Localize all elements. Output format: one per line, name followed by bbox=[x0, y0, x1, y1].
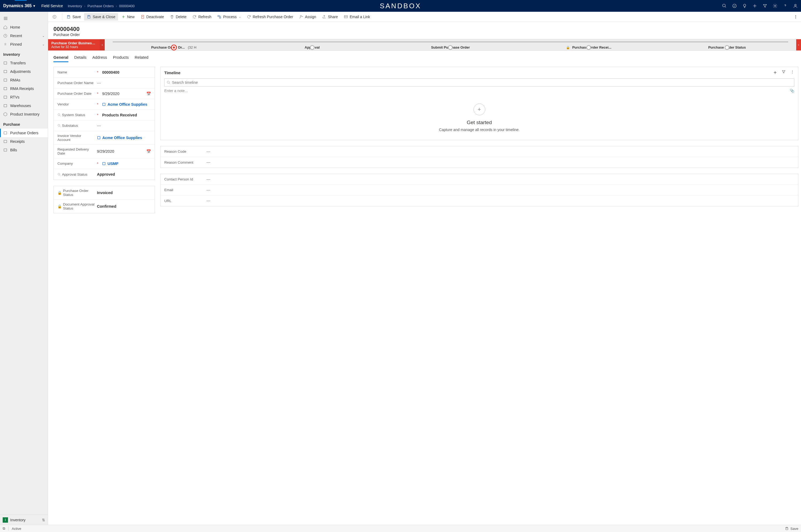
chevron-right-icon: › bbox=[116, 4, 117, 8]
calendar-icon[interactable]: 📅 bbox=[146, 149, 151, 153]
crumb-2[interactable]: 00000400 bbox=[119, 4, 135, 8]
timeline-note-input[interactable]: Enter a note... 📎 bbox=[164, 89, 794, 93]
timeline-overflow-button[interactable]: ⋮ bbox=[790, 70, 794, 76]
crumb-0[interactable]: Inventory bbox=[68, 4, 82, 8]
field-company[interactable]: Company* USMF bbox=[54, 158, 155, 169]
tab-general[interactable]: General bbox=[53, 53, 68, 62]
stage-status[interactable]: Purchase Order Status bbox=[658, 45, 796, 50]
nav-warehouses[interactable]: Warehouses bbox=[0, 101, 48, 110]
field-reason-code[interactable]: Reason Code --- bbox=[161, 146, 798, 157]
svg-point-2 bbox=[775, 5, 776, 7]
new-button[interactable]: New bbox=[118, 13, 137, 21]
search-icon[interactable] bbox=[721, 3, 727, 9]
field-system-status[interactable]: System Status* Products Received bbox=[54, 110, 155, 120]
svg-point-3 bbox=[795, 4, 796, 6]
save-close-button[interactable]: Save & Close bbox=[84, 13, 118, 21]
tab-products[interactable]: Products bbox=[113, 53, 129, 62]
nav-purchase-orders[interactable]: Purchase Orders bbox=[0, 129, 48, 137]
crumb-1[interactable]: Purchase Orders bbox=[87, 4, 113, 8]
field-label: Document Approval Status bbox=[63, 202, 95, 210]
help-icon[interactable] bbox=[782, 3, 788, 9]
timeline-empty-add[interactable]: + bbox=[473, 103, 485, 115]
nav-recent[interactable]: Recent ⌄ bbox=[0, 32, 48, 40]
deactivate-button[interactable]: Deactivate bbox=[138, 13, 167, 21]
brand[interactable]: Dynamics 365 ▾ bbox=[3, 3, 35, 8]
timeline-add-button[interactable]: + bbox=[774, 70, 777, 76]
svg-point-24 bbox=[795, 18, 796, 18]
stage-approval[interactable]: Approval bbox=[243, 45, 381, 50]
svg-rect-32 bbox=[786, 527, 788, 528]
stage-submit[interactable]: Submit Purchase Order bbox=[381, 45, 520, 50]
paperclip-icon[interactable]: 📎 bbox=[790, 89, 794, 93]
field-substatus[interactable]: Substatus --- bbox=[54, 120, 155, 131]
delete-button[interactable]: Delete bbox=[167, 13, 189, 21]
field-po-status[interactable]: 🔒Purchase Order Status Invoiced bbox=[54, 186, 155, 200]
field-email[interactable]: Email --- bbox=[161, 185, 798, 195]
field-po-name[interactable]: Purchase Order Name --- bbox=[54, 78, 155, 88]
nav-home[interactable]: Home bbox=[0, 23, 48, 32]
nav-bills[interactable]: Bills bbox=[0, 146, 48, 154]
nav-rma-receipts[interactable]: RMA Receipts bbox=[0, 84, 48, 93]
overflow-button[interactable] bbox=[793, 13, 799, 21]
timeline-search[interactable] bbox=[164, 78, 794, 87]
back-button[interactable] bbox=[50, 13, 59, 21]
hamburger-button[interactable] bbox=[0, 12, 48, 23]
nav-receipts[interactable]: Receipts bbox=[0, 137, 48, 146]
nav-adjustments[interactable]: Adjustments bbox=[0, 67, 48, 76]
field-name[interactable]: Name* 00000400 bbox=[54, 67, 155, 78]
status-text: Active bbox=[12, 527, 21, 531]
cmd-label: Delete bbox=[176, 15, 186, 19]
assign-button[interactable]: Assign bbox=[296, 13, 319, 21]
tab-details[interactable]: Details bbox=[74, 53, 87, 62]
field-reason-comment[interactable]: Reason Comment --- bbox=[161, 157, 798, 168]
save-button[interactable]: Save bbox=[64, 13, 83, 21]
email-link-button[interactable]: Email a Link bbox=[341, 13, 373, 21]
lock-icon: 🔒 bbox=[57, 191, 62, 195]
svg-point-31 bbox=[167, 81, 169, 83]
field-approval-status[interactable]: Approval Status Approved bbox=[54, 169, 155, 179]
field-invoice-vendor[interactable]: Invoice Vendor Account Acme Office Suppl… bbox=[54, 131, 155, 145]
app-name[interactable]: Field Service bbox=[41, 4, 63, 8]
field-po-date[interactable]: Purchase Order Date* 9/29/2020 📅 bbox=[54, 88, 155, 99]
field-url[interactable]: URL --- bbox=[161, 195, 798, 206]
field-contact-person[interactable]: Contact Person Id --- bbox=[161, 174, 798, 185]
task-icon[interactable] bbox=[731, 3, 738, 9]
user-icon[interactable] bbox=[793, 3, 798, 9]
nav-rtvs[interactable]: RTVs bbox=[0, 93, 48, 101]
field-doc-approval[interactable]: 🔒Document Approval Status Confirmed bbox=[54, 200, 155, 213]
tab-related[interactable]: Related bbox=[135, 53, 149, 62]
refresh-button[interactable]: Refresh bbox=[190, 13, 214, 21]
plus-icon[interactable] bbox=[752, 3, 758, 9]
nav-product-inventory[interactable]: Product Inventory bbox=[0, 110, 48, 118]
refresh-po-button[interactable]: Refresh Purchase Order bbox=[244, 13, 296, 21]
field-value: Acme Office Supplies bbox=[107, 102, 147, 107]
nav-pinned[interactable]: Pinned ⌄ bbox=[0, 40, 48, 49]
gear-icon[interactable] bbox=[772, 3, 778, 9]
stage-draft[interactable]: Purchase Order Dr... (32 Hrs) bbox=[105, 45, 243, 50]
timeline-search-input[interactable] bbox=[172, 80, 792, 84]
nav-label: Receipts bbox=[10, 139, 24, 144]
process-button[interactable]: Process⌄ bbox=[215, 13, 244, 21]
tab-address[interactable]: Address bbox=[92, 53, 107, 62]
chevron-right-icon: › bbox=[84, 4, 85, 8]
sitemap-switcher[interactable]: I Inventory ⇅ bbox=[0, 515, 48, 525]
process-prev-button[interactable]: ‹ bbox=[100, 39, 105, 51]
nav-transfers[interactable]: Transfers bbox=[0, 59, 48, 67]
svg-rect-10 bbox=[4, 104, 7, 107]
field-value: 9/29/2020 bbox=[97, 149, 144, 153]
field-req-delivery[interactable]: Requested Delivery Date 9/29/2020 📅 bbox=[54, 145, 155, 158]
field-vendor[interactable]: Vendor* Acme Office Supplies bbox=[54, 99, 155, 110]
process-name-box[interactable]: Purchase Order Business ... Active for 3… bbox=[48, 39, 100, 51]
lightbulb-icon[interactable] bbox=[742, 3, 748, 9]
footer-save-button[interactable]: Save bbox=[785, 527, 798, 531]
timeline-filter-button[interactable] bbox=[782, 70, 786, 76]
calendar-icon[interactable]: 📅 bbox=[146, 92, 151, 96]
stage-receive[interactable]: 🔒Purchase Order Recei... bbox=[520, 45, 658, 50]
process-next-button[interactable]: › bbox=[796, 39, 801, 51]
share-button[interactable]: Share bbox=[319, 13, 340, 21]
field-value: Products Received bbox=[102, 113, 151, 117]
svg-rect-13 bbox=[4, 149, 7, 151]
nav-rmas[interactable]: RMAs bbox=[0, 76, 48, 84]
filter-icon[interactable] bbox=[762, 3, 768, 9]
footer-popout-icon[interactable]: ⧉ bbox=[3, 526, 5, 531]
